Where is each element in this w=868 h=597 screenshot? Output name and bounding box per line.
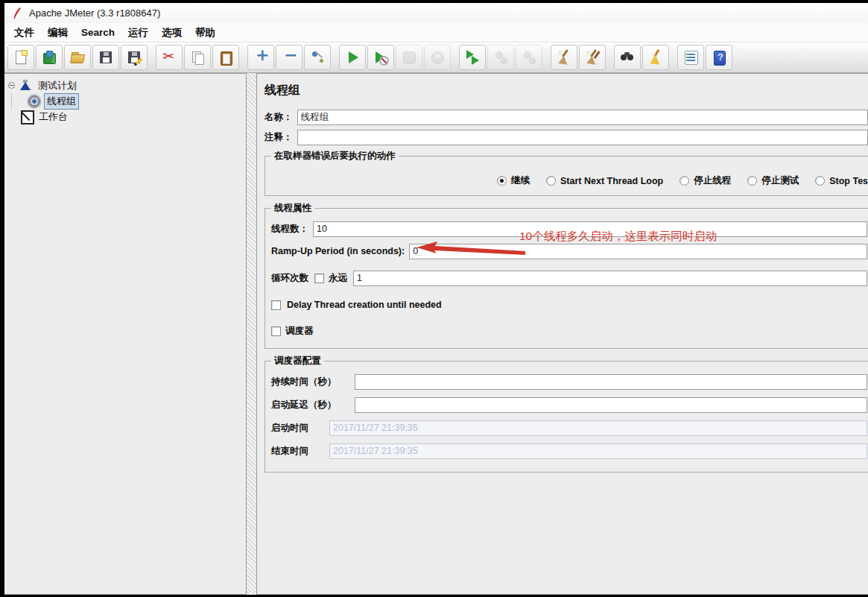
remote-shutdown-all-icon [522, 50, 536, 65]
scheduler-config-row-1: 启动延迟（秒） [271, 397, 867, 413]
toolbar-separator [543, 45, 550, 70]
delay-thread-checkbox[interactable] [271, 300, 281, 310]
tree-connector-line [11, 93, 28, 109]
cut-button[interactable] [156, 45, 183, 70]
function-helper-button[interactable] [677, 45, 704, 70]
name-input[interactable] [297, 110, 868, 125]
search-reset-button[interactable] [642, 45, 669, 70]
scheduler-row-label: 启动时间 [271, 422, 329, 435]
tree-item-0-label[interactable]: 测试计划 [36, 78, 79, 93]
scheduler-config-row-0: 持续时间（秒） [271, 373, 867, 390]
start-no-timers-button[interactable] [367, 45, 394, 70]
tree-item-1-label[interactable]: 线程组 [44, 93, 79, 110]
tree-row-1: 线程组 [6, 93, 244, 109]
clear-button[interactable] [551, 45, 577, 70]
toggle-button[interactable] [304, 45, 331, 70]
remote-start-all-button[interactable] [459, 45, 486, 70]
thread-properties-group: 线程属性 线程数： Ramp-Up Period (in seconds): 循… [264, 202, 868, 349]
rampup-row: Ramp-Up Period (in seconds): [271, 243, 867, 259]
help-icon [712, 50, 726, 65]
error-action-option-4[interactable]: Stop Test Now [815, 176, 868, 186]
save-icon [98, 50, 113, 65]
menu-item-2[interactable]: Search [75, 25, 121, 40]
stop-icon [402, 50, 416, 65]
menu-item-5[interactable]: 帮助 [189, 25, 222, 41]
rampup-input[interactable] [409, 244, 867, 259]
rampup-label: Ramp-Up Period (in seconds): [271, 246, 405, 256]
scheduler-config-rows: 持续时间（秒）启动延迟（秒）启动时间结束时间 [270, 373, 867, 459]
clear-all-button[interactable] [579, 45, 606, 70]
help-button[interactable] [706, 45, 732, 70]
expand-all-button[interactable] [247, 45, 274, 70]
scheduler-checkbox[interactable] [271, 326, 281, 336]
tree-row-0: 测试计划 [6, 78, 244, 93]
templates-button[interactable] [36, 45, 63, 70]
new-icon [13, 50, 28, 65]
error-action-option-3[interactable]: 停止测试 [747, 174, 799, 187]
forever-checkbox[interactable] [314, 274, 324, 283]
start-no-timers-icon [373, 50, 388, 65]
search-button[interactable] [614, 45, 641, 70]
radio-label: 停止线程 [694, 174, 731, 187]
shutdown-button [424, 45, 451, 70]
page-title: 线程组 [264, 83, 868, 98]
scheduler-config-row-2: 启动时间 [271, 420, 867, 436]
menu-item-1[interactable]: 编辑 [41, 25, 75, 41]
radio-label: 停止测试 [761, 174, 799, 187]
menu-item-4[interactable]: 选项 [155, 25, 189, 41]
scheduler-config-legend: 调度器配置 [271, 355, 324, 367]
scheduler-row-label: 结束时间 [271, 445, 329, 458]
threads-input[interactable] [313, 221, 867, 237]
tree-item-2-label[interactable]: 工作台 [37, 110, 70, 124]
threads-label: 线程数： [271, 223, 308, 236]
stop-button [396, 45, 422, 70]
scheduler-row: 调度器 [271, 323, 867, 339]
menu-item-0[interactable]: 文件 [7, 25, 41, 41]
clear-icon [557, 50, 571, 65]
open-button[interactable] [64, 45, 91, 70]
menu-item-3[interactable]: 运行 [121, 25, 155, 41]
new-button[interactable] [7, 45, 34, 70]
toolbar-separator [452, 45, 458, 70]
radio-icon [497, 176, 507, 186]
start-button[interactable] [339, 45, 366, 70]
split-pane-divider[interactable] [247, 73, 256, 595]
thread-properties-legend: 线程属性 [271, 202, 314, 215]
error-action-option-0[interactable]: 继续 [497, 174, 530, 187]
remote-stop-all-icon [493, 50, 508, 65]
scheduler-label: 调度器 [285, 325, 314, 338]
radio-icon [679, 176, 689, 186]
loop-row: 循环次数 永远 [271, 270, 867, 286]
save-as-button[interactable] [121, 45, 148, 70]
paste-button[interactable] [212, 45, 239, 70]
loop-count-input[interactable] [353, 271, 867, 286]
save-button[interactable] [92, 45, 119, 70]
radio-label: Start Next Thread Loop [560, 176, 663, 186]
name-row: 名称： [264, 109, 868, 125]
name-label: 名称： [264, 111, 293, 124]
open-icon [70, 50, 85, 65]
toolbar-separator [240, 45, 247, 70]
collapse-all-icon [282, 50, 297, 65]
radio-icon [747, 176, 757, 186]
expand-all-icon [253, 50, 268, 65]
error-action-option-1[interactable]: Start Next Thread Loop [546, 176, 663, 186]
scheduler-row-input-0[interactable] [355, 374, 867, 390]
error-action-option-2[interactable]: 停止线程 [679, 174, 731, 187]
remote-shutdown-all-button [516, 45, 542, 70]
toolbar-separator [148, 45, 155, 70]
error-action-options: 继续Start Next Thread Loop停止线程停止测试Stop Tes… [497, 174, 868, 187]
jmeter-feather-icon [11, 7, 23, 20]
collapse-all-button[interactable] [276, 45, 302, 70]
comment-input[interactable] [297, 130, 868, 145]
copy-button[interactable] [184, 45, 211, 70]
toolbar [4, 42, 868, 73]
search-icon [620, 50, 635, 65]
bench-icon [20, 110, 34, 123]
shutdown-icon [430, 50, 445, 65]
forever-label: 永远 [329, 272, 347, 285]
scheduler-row-input-1[interactable] [355, 397, 867, 413]
tree-expander-icon[interactable] [8, 82, 15, 89]
scheduler-config-row-3: 结束时间 [271, 443, 867, 459]
search-reset-icon [648, 50, 663, 65]
